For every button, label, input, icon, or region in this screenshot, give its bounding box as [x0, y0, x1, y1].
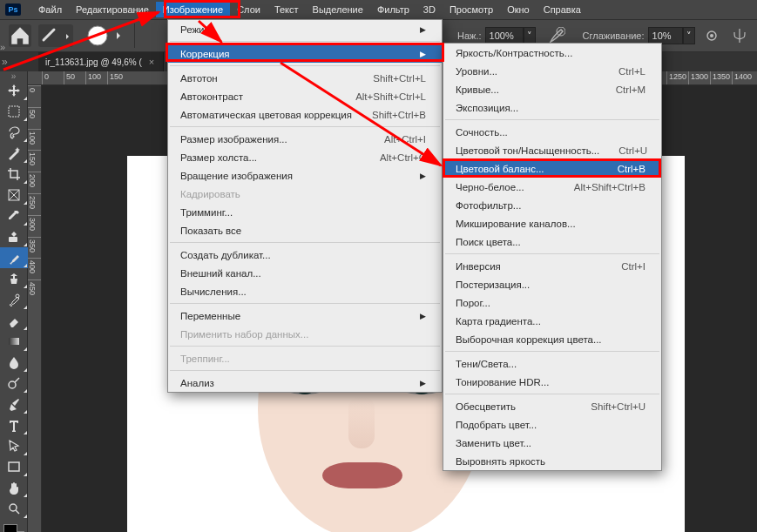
menu-просмотр[interactable]: Просмотр [443, 2, 500, 17]
menu-3d[interactable]: 3D [416, 2, 443, 17]
menu-item[interactable]: Режим▶ [168, 20, 442, 38]
menu-редактирование[interactable]: Редактирование [69, 2, 156, 17]
menu-item[interactable]: Порог... [443, 293, 661, 312]
menu-item[interactable]: Внешний канал... [168, 264, 442, 282]
menu-item[interactable]: Экспозиция... [443, 98, 661, 117]
menu-item[interactable]: Микширование каналов... [443, 214, 661, 232]
app-logo: Ps [5, 3, 21, 16]
menu-item[interactable]: Вращение изображения▶ [168, 166, 442, 185]
tool-eraser[interactable] [0, 310, 28, 331]
tool-eyedropper[interactable] [0, 205, 28, 226]
menu-item[interactable]: Коррекция▶ [168, 44, 442, 63]
tool-blur[interactable] [0, 352, 28, 373]
menu-item[interactable]: Показать все [168, 221, 442, 239]
tool-path-select[interactable] [0, 435, 28, 456]
menu-item[interactable]: Цветовой баланс...Ctrl+B [443, 159, 661, 178]
menu-item[interactable]: Тонирование HDR... [443, 373, 661, 391]
menu-item[interactable]: Выборочная коррекция цвета... [443, 330, 661, 348]
brush-preview[interactable] [82, 21, 122, 51]
menu-item[interactable]: Яркость/Контрастность... [443, 44, 661, 62]
menu-item[interactable]: Карта градиента... [443, 312, 661, 330]
menu-item[interactable]: Фотофильтр... [443, 196, 661, 214]
menu-item[interactable]: Кривые...Ctrl+M [443, 80, 661, 98]
menu-item[interactable]: Сочность... [443, 123, 661, 141]
menu-item[interactable]: Размер холста...Alt+Ctrl+C [168, 148, 442, 166]
menu-item[interactable]: Черно-белое...Alt+Shift+Ctrl+B [443, 178, 661, 196]
home-button[interactable] [9, 24, 31, 47]
tool-move[interactable] [0, 80, 28, 101]
menu-item[interactable]: Переменные▶ [168, 306, 442, 325]
tool-clone[interactable] [0, 268, 28, 289]
pressure-field[interactable]: 100% [485, 27, 524, 44]
menu-item[interactable]: Создать дубликат... [168, 246, 442, 264]
tool-magic-wand[interactable] [0, 143, 28, 164]
symmetry-icon[interactable] [732, 28, 747, 44]
ruler-tick: 1350 [710, 71, 730, 85]
menu-item[interactable]: АвтоконтрастAlt+Shift+Ctrl+L [168, 87, 442, 105]
menu-item[interactable]: АвтотонShift+Ctrl+L [168, 69, 442, 87]
menu-справка[interactable]: Справка [537, 2, 588, 17]
menu-separator [445, 394, 659, 394]
menu-item[interactable]: Заменить цвет... [443, 434, 661, 452]
menu-item[interactable]: Подобрать цвет... [443, 415, 661, 434]
menu-separator [170, 126, 440, 127]
menu-item[interactable]: Автоматическая цветовая коррекцияShift+C… [168, 105, 442, 124]
menu-item[interactable]: Анализ▶ [168, 374, 442, 392]
svg-point-4 [710, 34, 713, 37]
tool-frame[interactable] [0, 185, 28, 205]
tool-preset-picker[interactable] [38, 24, 73, 47]
svg-rect-9 [9, 338, 19, 345]
tool-pen[interactable] [0, 394, 28, 414]
pressure-dropdown-icon[interactable]: ˅ [524, 27, 536, 44]
vertical-ruler[interactable]: 050100150200250300350400450 [28, 85, 42, 532]
ruler-tick: 1400 [732, 71, 752, 85]
smoothing-field[interactable]: 10% [648, 27, 683, 44]
menu-item[interactable]: Размер изображения...Alt+Ctrl+I [168, 130, 442, 148]
document-tab[interactable]: ir_113631.jpg @ 49,6% ( × [38, 52, 164, 71]
tool-rect-marquee[interactable] [0, 101, 28, 122]
optionsbar-grip[interactable]: » [0, 38, 7, 56]
menu-файл[interactable]: Файл [31, 2, 69, 17]
menu-separator [170, 242, 440, 243]
menu-item[interactable]: Вычисления... [168, 282, 442, 300]
menu-изображение[interactable]: Изображение [156, 2, 230, 17]
menu-item[interactable]: Цветовой тон/Насыщенность...Ctrl+U [443, 141, 661, 159]
menu-item[interactable]: ОбесцветитьShift+Ctrl+U [443, 397, 661, 415]
tool-crop[interactable] [0, 164, 28, 185]
tool-spot-heal[interactable] [0, 226, 28, 247]
menu-separator [445, 253, 659, 254]
menu-bar: Ps ФайлРедактированиеИзображениеСлоиТекс… [0, 0, 757, 19]
close-tab-icon[interactable]: × [149, 57, 154, 67]
menu-слои[interactable]: Слои [230, 2, 267, 17]
tool-zoom[interactable] [0, 498, 28, 519]
tool-lasso[interactable] [0, 122, 28, 143]
menu-item[interactable]: Поиск цвета... [443, 232, 661, 251]
color-swatches[interactable] [0, 522, 28, 532]
smoothing-dropdown-icon[interactable]: ˅ [683, 27, 695, 44]
tool-history-brush[interactable] [0, 289, 28, 310]
menu-item[interactable]: Уровни...Ctrl+L [443, 62, 661, 80]
menu-item[interactable]: Тримминг... [168, 203, 442, 221]
ruler-tick: 450 [28, 279, 42, 295]
tool-dodge[interactable] [0, 373, 28, 394]
menu-item[interactable]: Постеризация... [443, 275, 661, 293]
menu-item: Треппинг... [168, 349, 442, 367]
menu-текст[interactable]: Текст [267, 2, 306, 17]
menu-фильтр[interactable]: Фильтр [370, 2, 416, 17]
tool-hand[interactable] [0, 477, 28, 498]
smoothing-gear-icon[interactable] [704, 28, 720, 44]
tool-rectangle[interactable] [0, 456, 28, 477]
menu-item[interactable]: ИнверсияCtrl+I [443, 257, 661, 275]
menu-окно[interactable]: Окно [500, 2, 537, 17]
menu-item[interactable]: Тени/Света... [443, 354, 661, 373]
foreground-swatch[interactable] [3, 524, 17, 532]
pressure-pen-icon[interactable] [548, 27, 565, 44]
tool-type[interactable] [0, 414, 28, 435]
menu-item[interactable]: Выровнять яркость [443, 452, 661, 470]
toolbar-grip[interactable]: » [0, 71, 27, 80]
svg-point-10 [9, 381, 16, 388]
ruler-tick: 100 [28, 129, 42, 145]
tool-brush[interactable] [0, 247, 28, 268]
tool-gradient[interactable] [0, 331, 28, 352]
menu-выделение[interactable]: Выделение [306, 2, 370, 17]
